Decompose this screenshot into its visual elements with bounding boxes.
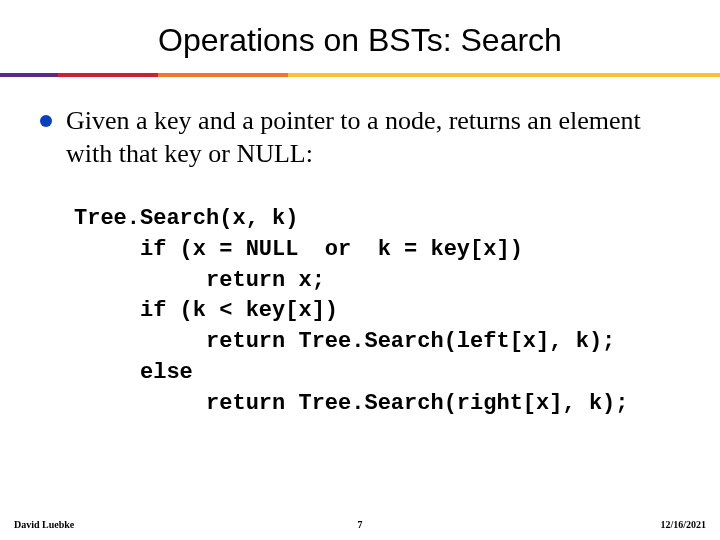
divider-segment-orange <box>158 73 288 77</box>
footer-date: 12/16/2021 <box>660 519 706 530</box>
bullet-item: Given a key and a pointer to a node, ret… <box>40 105 680 170</box>
slide-title: Operations on BSTs: Search <box>0 0 720 73</box>
footer-author: David Luebke <box>14 519 74 530</box>
divider-segment-red <box>58 73 159 77</box>
footer-page-number: 7 <box>358 519 363 530</box>
bullet-text: Given a key and a pointer to a node, ret… <box>66 105 680 170</box>
divider-segment-yellow <box>288 73 720 77</box>
divider-segment-purple <box>0 73 58 77</box>
content-area: Given a key and a pointer to a node, ret… <box>0 77 720 420</box>
footer: David Luebke 7 12/16/2021 <box>0 519 720 530</box>
bullet-dot-icon <box>40 115 52 127</box>
code-block: Tree.Search(x, k) if (x = NULL or k = ke… <box>74 204 680 420</box>
divider-bar <box>0 73 720 77</box>
